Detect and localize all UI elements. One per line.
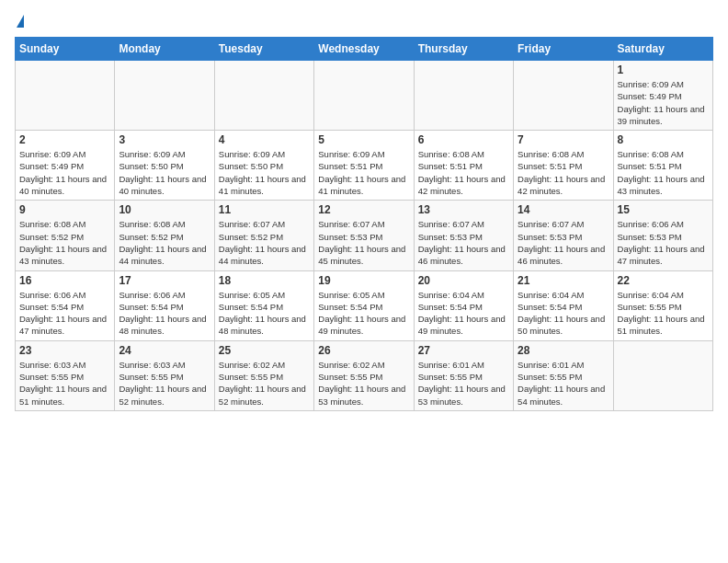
calendar-day-cell bbox=[514, 61, 613, 131]
calendar-day-cell: 26Sunrise: 6:02 AM Sunset: 5:55 PM Dayli… bbox=[314, 340, 414, 410]
calendar-day-cell bbox=[314, 61, 414, 131]
day-number: 20 bbox=[418, 274, 509, 287]
day-info-text: Sunrise: 6:01 AM Sunset: 5:55 PM Dayligh… bbox=[418, 359, 509, 408]
day-info-text: Sunrise: 6:04 AM Sunset: 5:54 PM Dayligh… bbox=[418, 289, 509, 338]
day-info-text: Sunrise: 6:07 AM Sunset: 5:53 PM Dayligh… bbox=[418, 218, 509, 267]
calendar-day-header: Thursday bbox=[414, 38, 513, 61]
day-number: 14 bbox=[518, 203, 609, 216]
calendar-day-cell: 4Sunrise: 6:09 AM Sunset: 5:50 PM Daylig… bbox=[214, 131, 313, 201]
calendar-day-cell: 8Sunrise: 6:08 AM Sunset: 5:51 PM Daylig… bbox=[613, 131, 712, 201]
calendar-day-cell bbox=[613, 340, 712, 410]
calendar-day-cell: 28Sunrise: 6:01 AM Sunset: 5:55 PM Dayli… bbox=[514, 340, 613, 410]
day-number: 11 bbox=[219, 203, 310, 216]
day-number: 8 bbox=[618, 133, 709, 146]
calendar-day-header: Friday bbox=[514, 38, 613, 61]
day-info-text: Sunrise: 6:09 AM Sunset: 5:50 PM Dayligh… bbox=[219, 148, 310, 197]
day-info-text: Sunrise: 6:08 AM Sunset: 5:52 PM Dayligh… bbox=[119, 218, 210, 267]
calendar-header-row: SundayMondayTuesdayWednesdayThursdayFrid… bbox=[16, 38, 713, 61]
day-number: 3 bbox=[119, 133, 210, 146]
calendar-day-cell: 21Sunrise: 6:04 AM Sunset: 5:54 PM Dayli… bbox=[514, 270, 613, 340]
calendar-day-cell: 25Sunrise: 6:02 AM Sunset: 5:55 PM Dayli… bbox=[214, 340, 313, 410]
day-number: 5 bbox=[318, 133, 409, 146]
day-info-text: Sunrise: 6:03 AM Sunset: 5:55 PM Dayligh… bbox=[119, 359, 210, 408]
day-info-text: Sunrise: 6:08 AM Sunset: 5:52 PM Dayligh… bbox=[19, 218, 110, 267]
day-number: 7 bbox=[518, 133, 609, 146]
day-number: 6 bbox=[418, 133, 509, 146]
day-info-text: Sunrise: 6:09 AM Sunset: 5:51 PM Dayligh… bbox=[318, 148, 409, 197]
calendar-day-header: Saturday bbox=[613, 38, 712, 61]
calendar-table: SundayMondayTuesdayWednesdayThursdayFrid… bbox=[15, 37, 713, 411]
day-number: 25 bbox=[219, 344, 310, 357]
calendar-day-header: Sunday bbox=[16, 38, 115, 61]
day-info-text: Sunrise: 6:09 AM Sunset: 5:49 PM Dayligh… bbox=[618, 78, 709, 127]
calendar-day-cell: 15Sunrise: 6:06 AM Sunset: 5:53 PM Dayli… bbox=[613, 201, 712, 270]
day-number: 21 bbox=[518, 274, 609, 287]
day-info-text: Sunrise: 6:04 AM Sunset: 5:55 PM Dayligh… bbox=[618, 289, 709, 338]
calendar-day-cell: 22Sunrise: 6:04 AM Sunset: 5:55 PM Dayli… bbox=[613, 270, 712, 340]
calendar-day-header: Monday bbox=[115, 38, 214, 61]
calendar-day-cell: 23Sunrise: 6:03 AM Sunset: 5:55 PM Dayli… bbox=[16, 340, 115, 410]
day-info-text: Sunrise: 6:08 AM Sunset: 5:51 PM Dayligh… bbox=[418, 148, 509, 197]
day-number: 24 bbox=[119, 344, 210, 357]
day-number: 12 bbox=[318, 203, 409, 216]
day-info-text: Sunrise: 6:02 AM Sunset: 5:55 PM Dayligh… bbox=[318, 359, 409, 408]
calendar-day-cell: 1Sunrise: 6:09 AM Sunset: 5:49 PM Daylig… bbox=[613, 61, 712, 131]
calendar-week-row: 23Sunrise: 6:03 AM Sunset: 5:55 PM Dayli… bbox=[16, 340, 713, 410]
day-number: 1 bbox=[618, 63, 709, 76]
calendar-day-cell: 6Sunrise: 6:08 AM Sunset: 5:51 PM Daylig… bbox=[414, 131, 513, 201]
calendar-day-cell bbox=[414, 61, 513, 131]
day-number: 26 bbox=[318, 344, 409, 357]
day-number: 10 bbox=[119, 203, 210, 216]
day-info-text: Sunrise: 6:06 AM Sunset: 5:53 PM Dayligh… bbox=[618, 218, 709, 267]
calendar-day-cell: 18Sunrise: 6:05 AM Sunset: 5:54 PM Dayli… bbox=[214, 270, 313, 340]
day-number: 23 bbox=[19, 344, 110, 357]
day-info-text: Sunrise: 6:06 AM Sunset: 5:54 PM Dayligh… bbox=[119, 289, 210, 338]
day-info-text: Sunrise: 6:09 AM Sunset: 5:49 PM Dayligh… bbox=[19, 148, 110, 197]
day-info-text: Sunrise: 6:07 AM Sunset: 5:53 PM Dayligh… bbox=[518, 218, 609, 267]
calendar-day-cell bbox=[115, 61, 214, 131]
calendar-day-cell: 13Sunrise: 6:07 AM Sunset: 5:53 PM Dayli… bbox=[414, 201, 513, 270]
day-info-text: Sunrise: 6:08 AM Sunset: 5:51 PM Dayligh… bbox=[618, 148, 709, 197]
calendar-day-cell: 11Sunrise: 6:07 AM Sunset: 5:52 PM Dayli… bbox=[214, 201, 313, 270]
calendar-week-row: 1Sunrise: 6:09 AM Sunset: 5:49 PM Daylig… bbox=[16, 61, 713, 131]
day-number: 28 bbox=[518, 344, 609, 357]
calendar-day-cell: 24Sunrise: 6:03 AM Sunset: 5:55 PM Dayli… bbox=[115, 340, 214, 410]
day-info-text: Sunrise: 6:05 AM Sunset: 5:54 PM Dayligh… bbox=[219, 289, 310, 338]
calendar-day-cell: 5Sunrise: 6:09 AM Sunset: 5:51 PM Daylig… bbox=[314, 131, 414, 201]
day-info-text: Sunrise: 6:05 AM Sunset: 5:54 PM Dayligh… bbox=[318, 289, 409, 338]
day-number: 17 bbox=[119, 274, 210, 287]
day-info-text: Sunrise: 6:03 AM Sunset: 5:55 PM Dayligh… bbox=[19, 359, 110, 408]
day-number: 18 bbox=[219, 274, 310, 287]
day-number: 15 bbox=[618, 203, 709, 216]
calendar-day-cell: 3Sunrise: 6:09 AM Sunset: 5:50 PM Daylig… bbox=[115, 131, 214, 201]
calendar-day-cell: 19Sunrise: 6:05 AM Sunset: 5:54 PM Dayli… bbox=[314, 270, 414, 340]
calendar-day-header: Wednesday bbox=[314, 38, 414, 61]
day-info-text: Sunrise: 6:09 AM Sunset: 5:50 PM Dayligh… bbox=[119, 148, 210, 197]
logo bbox=[15, 15, 24, 29]
day-info-text: Sunrise: 6:07 AM Sunset: 5:53 PM Dayligh… bbox=[318, 218, 409, 267]
day-info-text: Sunrise: 6:07 AM Sunset: 5:52 PM Dayligh… bbox=[219, 218, 310, 267]
calendar-day-cell: 7Sunrise: 6:08 AM Sunset: 5:51 PM Daylig… bbox=[514, 131, 613, 201]
logo-triangle-icon bbox=[17, 15, 24, 28]
calendar-day-cell: 14Sunrise: 6:07 AM Sunset: 5:53 PM Dayli… bbox=[514, 201, 613, 270]
day-info-text: Sunrise: 6:01 AM Sunset: 5:55 PM Dayligh… bbox=[518, 359, 609, 408]
calendar-day-cell: 17Sunrise: 6:06 AM Sunset: 5:54 PM Dayli… bbox=[115, 270, 214, 340]
day-number: 16 bbox=[19, 274, 110, 287]
calendar-day-header: Tuesday bbox=[214, 38, 313, 61]
day-number: 2 bbox=[19, 133, 110, 146]
day-info-text: Sunrise: 6:06 AM Sunset: 5:54 PM Dayligh… bbox=[19, 289, 110, 338]
calendar-day-cell: 2Sunrise: 6:09 AM Sunset: 5:49 PM Daylig… bbox=[16, 131, 115, 201]
calendar-day-cell bbox=[16, 61, 115, 131]
day-number: 13 bbox=[418, 203, 509, 216]
page-header bbox=[15, 15, 713, 29]
calendar-week-row: 16Sunrise: 6:06 AM Sunset: 5:54 PM Dayli… bbox=[16, 270, 713, 340]
day-info-text: Sunrise: 6:02 AM Sunset: 5:55 PM Dayligh… bbox=[219, 359, 310, 408]
day-number: 9 bbox=[19, 203, 110, 216]
day-info-text: Sunrise: 6:04 AM Sunset: 5:54 PM Dayligh… bbox=[518, 289, 609, 338]
calendar-day-cell: 16Sunrise: 6:06 AM Sunset: 5:54 PM Dayli… bbox=[16, 270, 115, 340]
day-number: 22 bbox=[618, 274, 709, 287]
day-info-text: Sunrise: 6:08 AM Sunset: 5:51 PM Dayligh… bbox=[518, 148, 609, 197]
calendar-day-cell: 10Sunrise: 6:08 AM Sunset: 5:52 PM Dayli… bbox=[115, 201, 214, 270]
calendar-day-cell: 27Sunrise: 6:01 AM Sunset: 5:55 PM Dayli… bbox=[414, 340, 513, 410]
calendar-day-cell bbox=[214, 61, 313, 131]
